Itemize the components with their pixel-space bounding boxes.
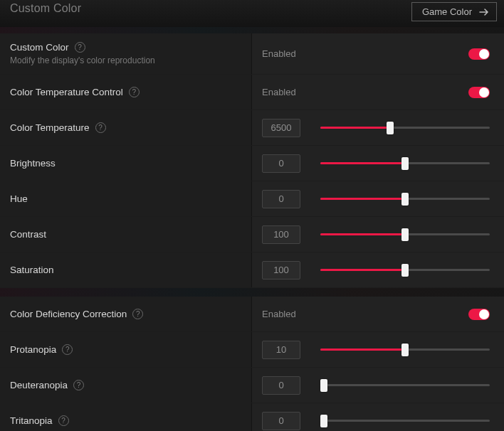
temperature-slider[interactable] [320, 122, 490, 134]
slider-thumb[interactable] [401, 344, 409, 356]
label-cell: Hue [0, 181, 252, 216]
custom-color-toggle[interactable] [468, 48, 490, 60]
temperature-label: Color Temperature [10, 122, 90, 133]
label-cell: Contrast [0, 217, 252, 252]
hue-label: Hue [10, 193, 28, 204]
label-cell: Tritanopia [0, 403, 252, 431]
hue-value[interactable]: 0 [262, 190, 300, 208]
value-cell: 100 [252, 252, 504, 287]
temp-control-toggle[interactable] [468, 87, 490, 98]
value-cell: 100 [252, 217, 504, 252]
value-cell: Enabled [252, 75, 504, 110]
value-cell: 0 [252, 403, 504, 431]
slider-thumb[interactable] [401, 157, 409, 170]
temp-control-label: Color Temperature Control [10, 87, 123, 97]
value-cell: 6500 [252, 110, 504, 145]
row-brightness: Brightness 0 [0, 146, 504, 181]
slider-fill [320, 127, 390, 129]
slider-fill [320, 269, 405, 271]
hue-slider[interactable] [320, 193, 490, 206]
deuteranopia-label: Deuteranopia [10, 380, 68, 390]
saturation-slider[interactable] [320, 264, 490, 277]
row-protanopia: Protanopia 10 [0, 332, 504, 368]
deficiency-toggle[interactable] [468, 309, 490, 320]
slider-thumb[interactable] [401, 228, 409, 241]
brightness-slider[interactable] [320, 157, 490, 170]
label-cell: Protanopia [0, 332, 252, 367]
brightness-value[interactable]: 0 [262, 154, 300, 173]
help-icon[interactable] [95, 122, 106, 133]
slider-thumb[interactable] [320, 415, 327, 427]
deuteranopia-value[interactable]: 0 [262, 376, 300, 395]
saturation-label: Saturation [10, 265, 54, 275]
row-tritanopia: Tritanopia 0 [0, 403, 504, 431]
custom-color-label: Custom Color [10, 42, 69, 53]
row-deuteranopia: Deuteranopia 0 [0, 368, 504, 403]
contrast-label: Contrast [10, 229, 46, 240]
row-hue: Hue 0 [0, 181, 504, 217]
contrast-slider[interactable] [320, 228, 490, 241]
label-cell: Color Temperature Control [0, 75, 252, 110]
enabled-text: Enabled [262, 87, 448, 97]
value-cell: 0 [252, 146, 504, 181]
row-deficiency: Color Deficiency Correction Enabled [0, 297, 504, 332]
saturation-value[interactable]: 100 [262, 261, 300, 280]
slider-thumb[interactable] [401, 193, 409, 206]
settings-list: Custom Color Modify the display's color … [0, 33, 504, 431]
value-cell: 0 [252, 181, 504, 216]
help-icon[interactable] [129, 87, 140, 97]
protanopia-label: Protanopia [10, 344, 56, 355]
tritanopia-slider[interactable] [320, 415, 490, 427]
slider-fill [320, 198, 405, 200]
label-cell: Custom Color Modify the display's color … [0, 33, 252, 74]
protanopia-slider[interactable] [320, 344, 490, 356]
tritanopia-label: Tritanopia [10, 415, 53, 426]
label-cell: Brightness [0, 146, 252, 181]
game-color-label: Game Color [422, 6, 472, 17]
enabled-text: Enabled [262, 48, 448, 59]
value-cell: Enabled [252, 297, 504, 331]
value-cell: 0 [252, 368, 504, 403]
label-cell: Saturation [0, 252, 252, 287]
custom-color-sub: Modify the display's color reproduction [10, 55, 241, 65]
row-temp-control: Color Temperature Control Enabled [0, 75, 504, 110]
value-cell: 10 [252, 332, 504, 367]
tritanopia-value[interactable]: 0 [262, 412, 300, 430]
page-header: Custom Color Game Color [0, 0, 504, 27]
deuteranopia-slider[interactable] [320, 379, 490, 392]
brightness-label: Brightness [10, 158, 56, 169]
page-title: Custom Color [10, 2, 81, 15]
label-cell: Color Temperature [0, 110, 252, 145]
slider-thumb[interactable] [387, 122, 394, 134]
row-temperature: Color Temperature 6500 [0, 110, 504, 146]
help-icon[interactable] [132, 309, 143, 319]
label-cell: Deuteranopia [0, 368, 252, 403]
enabled-text: Enabled [262, 309, 448, 319]
row-custom-color: Custom Color Modify the display's color … [0, 33, 504, 75]
value-cell: Enabled [252, 33, 504, 74]
label-cell: Color Deficiency Correction [0, 297, 252, 331]
arrow-right-icon [479, 8, 489, 16]
slider-fill [320, 162, 405, 164]
contrast-value[interactable]: 100 [262, 225, 300, 244]
divider [0, 288, 504, 297]
help-icon[interactable] [58, 415, 69, 426]
game-color-button[interactable]: Game Color [411, 2, 497, 21]
row-saturation: Saturation 100 [0, 252, 504, 288]
help-icon[interactable] [75, 42, 85, 53]
slider-fill [320, 233, 405, 235]
slider-fill [320, 348, 405, 351]
help-icon[interactable] [73, 380, 84, 390]
slider-thumb[interactable] [320, 379, 327, 392]
temperature-value[interactable]: 6500 [262, 119, 300, 137]
slider-thumb[interactable] [401, 264, 409, 277]
help-icon[interactable] [62, 344, 73, 355]
divider [0, 27, 504, 33]
protanopia-value[interactable]: 10 [262, 341, 300, 359]
deficiency-label: Color Deficiency Correction [10, 309, 127, 319]
row-contrast: Contrast 100 [0, 217, 504, 252]
